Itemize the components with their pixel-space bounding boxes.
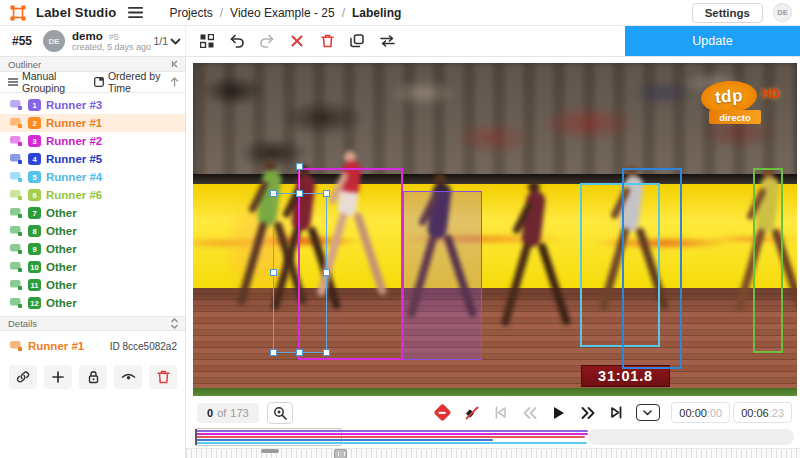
timeline-track-bars xyxy=(195,428,795,447)
redo-button[interactable] xyxy=(256,30,278,52)
region-row[interactable]: 7 Other xyxy=(0,204,185,222)
region-index-badge: 2 xyxy=(28,117,41,129)
delete-region-button[interactable] xyxy=(149,365,177,389)
chevron-down-icon[interactable] xyxy=(170,38,181,45)
toggle-keyframe-button[interactable] xyxy=(433,403,453,423)
timeline-playhead[interactable] xyxy=(195,429,197,445)
region-row[interactable]: 4 Runner #5 xyxy=(0,150,185,168)
delete-annotation-button[interactable] xyxy=(316,30,338,52)
skip-to-end-button[interactable] xyxy=(607,403,627,423)
region-row[interactable]: 12 Other xyxy=(0,294,185,312)
step-forward-button[interactable] xyxy=(578,403,598,423)
region-row[interactable]: 6 Runner #6 xyxy=(0,186,185,204)
video-region-icon xyxy=(9,279,23,291)
video-region-icon xyxy=(9,243,23,255)
top-header: Label Studio Projects / Video Example - … xyxy=(0,0,800,26)
region-box[interactable] xyxy=(403,191,482,360)
video-region-icon xyxy=(9,225,23,237)
timeline-zoom-button[interactable] xyxy=(267,402,293,424)
position-time-display: 00:00:00 xyxy=(671,402,730,423)
frame-counter[interactable]: 0 of 173 xyxy=(197,403,259,423)
resize-handle-tr[interactable] xyxy=(323,190,330,197)
timeline-track-bar xyxy=(195,433,588,435)
duplicate-annotation-button[interactable] xyxy=(346,30,368,52)
add-relation-button[interactable] xyxy=(44,365,72,389)
trash-icon xyxy=(157,370,170,384)
region-index-badge: 12 xyxy=(28,297,41,309)
region-row[interactable]: 9 Other xyxy=(0,240,185,258)
lock-region-button[interactable] xyxy=(79,365,107,389)
collapse-timeline-button[interactable] xyxy=(636,404,660,421)
region-row[interactable]: 1 Runner #3 xyxy=(0,96,185,114)
time-displays: 00:00:00 00:06:23 xyxy=(671,402,792,423)
link-region-button[interactable] xyxy=(9,365,37,389)
region-row[interactable]: 10 Other xyxy=(0,258,185,276)
annotation-summary[interactable]: #55 DE demo #5 created, 5 days ago 1/1 xyxy=(0,26,186,56)
play-button[interactable] xyxy=(549,403,569,423)
update-button[interactable]: Update xyxy=(625,26,800,56)
region-list: 1 Runner #3 2 Runner #1 3 Runner #2 xyxy=(0,93,185,312)
resize-handle-bl[interactable] xyxy=(270,349,277,356)
grid-view-button[interactable] xyxy=(196,30,218,52)
details-panel-header: Details xyxy=(0,316,185,331)
main-menu-button[interactable] xyxy=(126,5,145,20)
sort-direction-icon[interactable] xyxy=(170,77,179,87)
fast-forward-icon xyxy=(581,407,595,419)
grouping-select[interactable]: Manual Grouping xyxy=(8,70,82,94)
resize-handle-br[interactable] xyxy=(323,349,330,356)
hide-region-button[interactable] xyxy=(114,365,142,389)
region-row[interactable]: 5 Runner #4 xyxy=(0,168,185,186)
delete-keyframe-button[interactable] xyxy=(462,403,482,423)
region-index-badge: 9 xyxy=(28,243,41,255)
skip-to-start-button[interactable] xyxy=(491,403,511,423)
region-row[interactable]: 11 Other xyxy=(0,276,185,294)
resize-handle-mr[interactable] xyxy=(323,269,330,276)
collapse-panel-icon[interactable] xyxy=(171,60,179,68)
eye-icon xyxy=(121,372,136,383)
region-boxes-layer xyxy=(193,63,797,396)
step-backward-button[interactable] xyxy=(520,403,540,423)
magnifier-icon xyxy=(273,406,287,420)
undo-button[interactable] xyxy=(226,30,248,52)
rotation-handle[interactable] xyxy=(296,163,303,170)
resize-handle-tl[interactable] xyxy=(270,190,277,197)
ordering-select-label: Ordered by Time xyxy=(108,70,166,94)
position-frames: :00 xyxy=(707,407,722,419)
video-region-icon xyxy=(9,297,23,309)
resize-handle-bc[interactable] xyxy=(296,349,303,356)
outliner-grouping-bar: Manual Grouping Ordered by Time xyxy=(0,72,185,93)
ruler-thumb[interactable] xyxy=(261,449,279,453)
region-row[interactable]: 8 Other xyxy=(0,222,185,240)
keyframe-slash-icon xyxy=(464,405,480,421)
regions-timeline[interactable] xyxy=(186,428,800,447)
grouping-select-label: Manual Grouping xyxy=(22,70,82,94)
details-panel: Details Runner #1 ID 8cce5082a2 xyxy=(0,316,185,389)
breadcrumb-project-name[interactable]: Video Example - 25 xyxy=(230,6,335,20)
region-box[interactable] xyxy=(753,168,783,353)
x-icon xyxy=(291,35,303,47)
list-icon xyxy=(8,78,18,86)
transfer-regions-button[interactable] xyxy=(376,30,398,52)
region-box[interactable] xyxy=(622,168,682,369)
selected-region-box[interactable] xyxy=(273,193,327,353)
label-studio-logo-icon xyxy=(10,5,26,21)
breadcrumb-current-page: Labeling xyxy=(352,6,401,20)
resize-handle-tc[interactable] xyxy=(296,190,303,197)
breadcrumb-projects[interactable]: Projects xyxy=(169,6,212,20)
copy-icon xyxy=(350,34,364,48)
plus-icon xyxy=(52,371,64,383)
frame-ruler[interactable] xyxy=(186,448,800,458)
video-canvas[interactable]: tdp HD directo 31:01.8 xyxy=(193,63,797,396)
labeling-stage: tdp HD directo 31:01.8 0 of 173 xyxy=(186,57,800,458)
region-row[interactable]: 3 Runner #2 xyxy=(0,132,185,150)
ordering-select[interactable]: Ordered by Time xyxy=(94,70,166,94)
play-icon xyxy=(552,406,565,420)
reject-annotation-button[interactable] xyxy=(286,30,308,52)
resize-handle-ml[interactable] xyxy=(270,269,277,276)
settings-button[interactable]: Settings xyxy=(692,3,763,23)
collapse-details-icon[interactable] xyxy=(170,318,179,329)
user-avatar[interactable]: DE xyxy=(773,3,792,22)
region-label: Other xyxy=(46,261,77,273)
region-row[interactable]: 2 Runner #1 xyxy=(0,114,185,132)
frame-indicator-handle[interactable] xyxy=(334,449,347,458)
